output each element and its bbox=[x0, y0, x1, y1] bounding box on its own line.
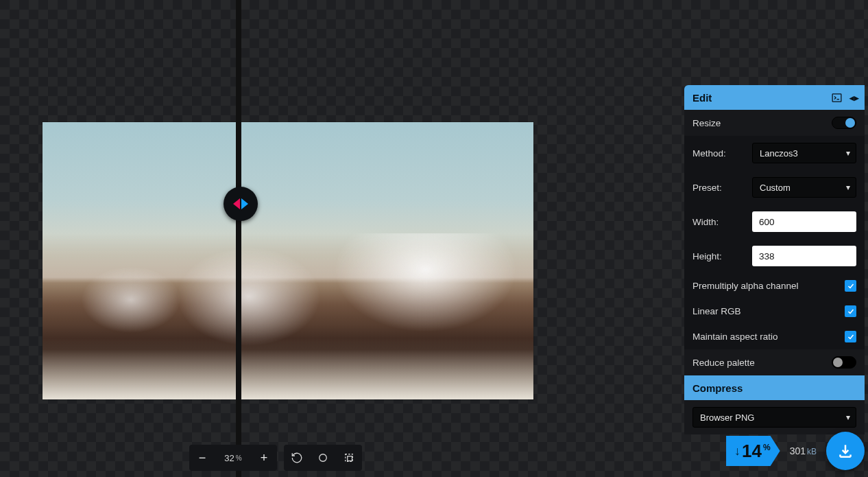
background-toggle-button[interactable] bbox=[310, 445, 336, 471]
svg-point-0 bbox=[320, 454, 327, 462]
svg-rect-1 bbox=[346, 454, 353, 462]
reduce-palette-row: Reduce palette bbox=[684, 349, 865, 375]
compress-title: Compress bbox=[692, 382, 743, 394]
rotate-icon bbox=[291, 452, 303, 464]
file-size: 301kB bbox=[790, 445, 817, 456]
method-row: Method: Lanczos3 ▾ bbox=[684, 136, 865, 170]
zoom-number: 32 bbox=[224, 453, 234, 463]
premultiply-label: Premultiply alpha channel bbox=[692, 281, 799, 291]
premultiply-row: Premultiply alpha channel bbox=[684, 273, 865, 299]
settings-panel: Edit ◂▸ Resize Method: Lanczos3 ▾ Preset… bbox=[684, 85, 865, 434]
ratio-unit: % bbox=[763, 443, 771, 452]
height-input[interactable] bbox=[752, 246, 856, 266]
size-unit: kB bbox=[807, 447, 817, 456]
preview-image[interactable] bbox=[43, 122, 533, 399]
compare-left-icon bbox=[233, 198, 240, 209]
compression-ratio-badge: ↓ 14 % bbox=[726, 436, 780, 466]
svg-rect-3 bbox=[832, 93, 841, 101]
width-row: Width: bbox=[684, 205, 865, 239]
ratio-value: 14 bbox=[742, 436, 762, 466]
aspect-label: Maintain aspect ratio bbox=[692, 331, 778, 342]
height-row: Height: bbox=[684, 239, 865, 273]
aspect-checkbox[interactable] bbox=[845, 331, 856, 342]
download-button[interactable] bbox=[826, 432, 865, 470]
zoom-value[interactable]: 32 % bbox=[215, 445, 251, 471]
cli-icon[interactable] bbox=[831, 92, 843, 104]
down-arrow-icon: ↓ bbox=[734, 444, 740, 458]
circle-icon bbox=[317, 452, 329, 464]
method-value: Lanczos3 bbox=[760, 148, 798, 159]
preset-label: Preset: bbox=[692, 183, 722, 193]
chevron-down-icon: ▾ bbox=[846, 183, 850, 192]
method-label: Method: bbox=[692, 148, 726, 159]
aspect-row: Maintain aspect ratio bbox=[684, 324, 865, 349]
linear-rgb-checkbox[interactable] bbox=[845, 305, 856, 317]
premultiply-checkbox[interactable] bbox=[845, 280, 856, 292]
preset-value: Custom bbox=[760, 183, 791, 193]
compress-section-header[interactable]: Compress bbox=[684, 375, 865, 400]
resize-toggle[interactable] bbox=[832, 117, 856, 129]
compare-right-icon bbox=[241, 198, 248, 209]
resize-row: Resize bbox=[684, 110, 865, 136]
resize-label: Resize bbox=[692, 118, 721, 128]
width-input[interactable] bbox=[752, 211, 856, 232]
zoom-unit: % bbox=[236, 454, 242, 462]
width-label: Width: bbox=[692, 217, 719, 227]
linear-rgb-label: Linear RGB bbox=[692, 306, 741, 316]
reduce-palette-label: Reduce palette bbox=[692, 358, 755, 368]
zoom-out-button[interactable]: − bbox=[189, 445, 215, 471]
edit-title: Edit bbox=[692, 92, 712, 104]
codec-value: Browser PNG bbox=[700, 412, 754, 423]
height-label: Height: bbox=[692, 251, 722, 261]
preset-select[interactable]: Custom ▾ bbox=[752, 177, 856, 198]
download-icon bbox=[836, 442, 854, 460]
edit-section-header[interactable]: Edit ◂▸ bbox=[684, 85, 865, 110]
codec-select[interactable]: Browser PNG ▾ bbox=[692, 407, 856, 428]
method-select[interactable]: Lanczos3 ▾ bbox=[752, 143, 856, 163]
zoom-toolbar: − 32 % + bbox=[189, 445, 362, 471]
original-size-button[interactable] bbox=[336, 445, 362, 471]
chevron-down-icon: ▾ bbox=[846, 412, 850, 422]
crop-icon bbox=[343, 452, 355, 464]
chevron-down-icon: ▾ bbox=[846, 148, 850, 158]
preset-row: Preset: Custom ▾ bbox=[684, 170, 865, 205]
rotate-button[interactable] bbox=[284, 445, 310, 471]
reduce-palette-toggle[interactable] bbox=[832, 356, 856, 369]
collapse-panel-icon[interactable]: ◂▸ bbox=[849, 93, 859, 102]
zoom-in-button[interactable]: + bbox=[251, 445, 277, 471]
linear-rgb-row: Linear RGB bbox=[684, 299, 865, 324]
size-value: 301 bbox=[790, 445, 806, 456]
result-footer: ↓ 14 % 301kB bbox=[726, 432, 865, 470]
compare-handle[interactable] bbox=[224, 187, 258, 221]
compare-divider[interactable] bbox=[236, 0, 241, 477]
svg-rect-2 bbox=[348, 456, 352, 461]
